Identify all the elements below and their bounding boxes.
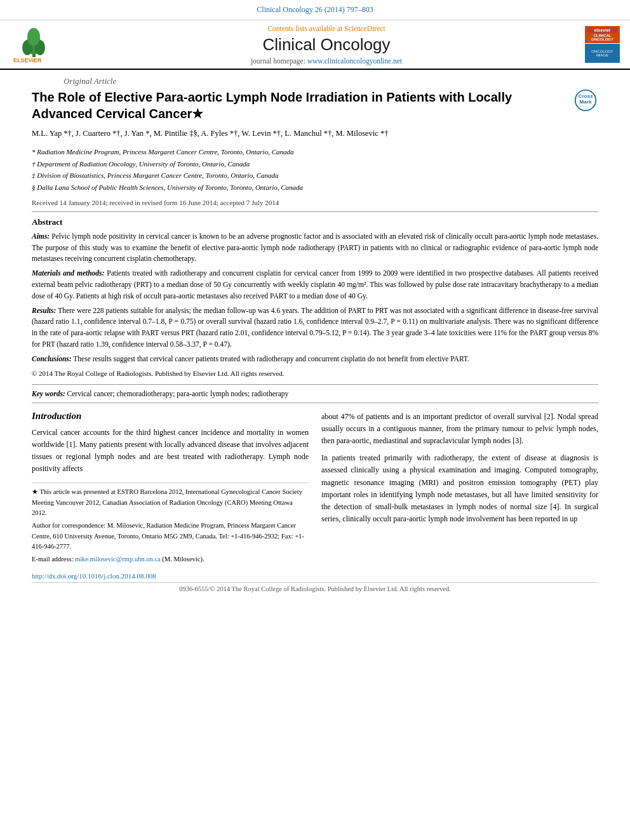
article-title: The Role of Elective Para-aortic Lymph N… <box>32 89 573 122</box>
svg-text:Mark: Mark <box>580 99 592 105</box>
authors: M.L. Yap *†, J. Cuartero *†, J. Yan *, M… <box>32 127 598 140</box>
intro-p1: Cervical cancer accounts for the third h… <box>32 427 309 476</box>
divider-1 <box>32 211 598 212</box>
footnotes: ★ This article was presented at ESTRO Ba… <box>32 483 309 564</box>
footnote-correspondence: Author for correspondence: M. Milosevic,… <box>32 521 309 552</box>
journal-title: Clinical Oncology <box>77 35 575 55</box>
article-type: Original Article <box>32 70 598 89</box>
abstract-results: Results: There were 228 patients suitabl… <box>32 305 598 350</box>
sciencedirect-line: Contents lists available at ScienceDirec… <box>77 25 575 32</box>
svg-point-4 <box>27 28 40 46</box>
bottom-copyright: 0936-6555/© 2014 The Royal College of Ra… <box>32 582 598 592</box>
journal-center: Contents lists available at ScienceDirec… <box>77 25 575 65</box>
abstract-aims: Aims: Pelvic lymph node positivity in ce… <box>32 231 598 265</box>
intro-col-left: Introduction Cervical cancer accounts fo… <box>32 411 309 568</box>
intro-body-col1: Cervical cancer accounts for the third h… <box>32 427 309 476</box>
sciencedirect-link-text: ScienceDirect <box>344 25 385 32</box>
journal-ref: Clinical Oncology 26 (2014) 797–803 <box>0 5 630 15</box>
svg-text:Cross: Cross <box>579 93 593 99</box>
journal-homepage: journal homepage: www.clinicaloncologyon… <box>77 57 575 65</box>
abstract-text: Aims: Pelvic lymph node positivity in ce… <box>32 231 598 379</box>
abstract-title: Abstract <box>32 217 598 227</box>
svg-text:ELSEVIER: ELSEVIER <box>13 57 42 62</box>
intro-col-right: about 47% of patients and is an importan… <box>321 411 598 568</box>
keywords: Key words: Cervical cancer; chemoradioth… <box>32 390 598 397</box>
logo-image-placeholder: ONCOLOGYIMAGE <box>585 44 620 63</box>
affiliation-3: ‡ Division of Biostatistics, Princess Ma… <box>32 170 598 182</box>
two-column-intro: Introduction Cervical cancer accounts fo… <box>32 411 598 568</box>
footnote-email: E-mail address: mike.milosevic@rmp.uhn.o… <box>32 554 309 564</box>
intro-title: Introduction <box>32 411 309 422</box>
affiliation-2: † Department of Radiation Oncology, Univ… <box>32 158 598 170</box>
divider-3 <box>32 403 598 403</box>
abstract-conclusions: Conclusions: These results suggest that … <box>32 354 598 365</box>
doi-line: http://dx.doi.org/10.1016/j.clon.2014.08… <box>32 572 598 580</box>
affiliation-4: § Dalla Lana School of Public Health Sci… <box>32 182 598 194</box>
crossmark: Cross Mark <box>573 89 598 112</box>
divider-2 <box>32 384 598 385</box>
intro-col2-p2: In patients treated primarily with radio… <box>321 452 598 525</box>
homepage-link[interactable]: www.clinicaloncologyonline.net <box>307 57 402 65</box>
intro-col2-p1: about 47% of patients and is an importan… <box>321 411 598 448</box>
affiliations: * Radiation Medicine Program, Princess M… <box>32 146 598 194</box>
intro-body-col2: about 47% of patients and is an importan… <box>321 411 598 526</box>
article-main: Original Article The Role of Elective Pa… <box>0 70 630 592</box>
copyright-line: © 2014 The Royal College of Radiologists… <box>32 368 598 379</box>
received-line: Received 14 January 2014; received in re… <box>32 199 598 206</box>
article-title-section: The Role of Elective Para-aortic Lymph N… <box>32 89 598 122</box>
abstract-mm: Materials and methods: Patients treated … <box>32 268 598 302</box>
abstract-section: Abstract Aims: Pelvic lymph node positiv… <box>32 217 598 379</box>
doi-link[interactable]: http://dx.doi.org/10.1016/j.clon.2014.08… <box>32 572 156 580</box>
email-link[interactable]: mike.milosevic@rmp.uhn.on.ca <box>75 556 160 563</box>
elsevier-logo: ELSEVIER <box>10 24 67 65</box>
logo-box: elsevier CLINICALONCOLOGY <box>585 26 620 43</box>
footnote-star: ★ This article was presented at ESTRO Ba… <box>32 487 309 518</box>
affiliation-1: * Radiation Medicine Program, Princess M… <box>32 146 598 158</box>
journal-header: Clinical Oncology 26 (2014) 797–803 ELSE… <box>0 0 630 70</box>
journal-logo-right: elsevier CLINICALONCOLOGY ONCOLOGYIMAGE <box>575 26 620 63</box>
